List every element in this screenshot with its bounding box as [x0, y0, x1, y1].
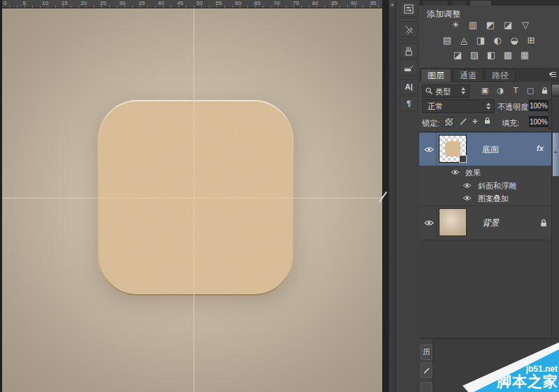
brush-presets-strip-glyph — [404, 46, 414, 56]
ruler-label: 90 — [351, 0, 357, 7]
lock-image-brush-icon[interactable] — [458, 117, 468, 126]
document-canvas[interactable] — [2, 8, 382, 392]
ruler-label: 35 — [138, 0, 145, 7]
layer-fx-badge[interactable]: fx — [537, 144, 544, 152]
adjustment-levels-icon[interactable]: ▥ — [467, 20, 479, 30]
adjustment-threshold-icon[interactable]: ◧ — [485, 50, 498, 60]
effects-header-row[interactable]: 效果 — [419, 166, 551, 179]
panel-divider — [419, 131, 559, 132]
clone-source-strip-glyph — [404, 63, 414, 73]
character-panel-glyph: A| — [405, 82, 412, 91]
vertical-guide[interactable] — [194, 8, 194, 392]
adjustment-color-lookup-icon[interactable]: ⊞ — [525, 35, 537, 45]
panel-column: 添加调整 ☀ ▥ ◩ ◪ ▽ ▤ ◬ ◨ ◐ ◒ ⊞ ◪ ▨ ◧ ▩ ▦ 图层 … — [419, 0, 559, 392]
history-panel-icon[interactable]: 历 — [421, 344, 433, 360]
layers-panel: 类型 ▣ ◑ T ▢ 正常 不透明度: 100% ▼ 锁定: — [419, 82, 559, 338]
lock-position-icon[interactable]: + — [472, 117, 478, 126]
scrollbar-up-arrow-icon[interactable]: ▲ — [389, 1, 395, 8]
layer-row-bottom-face[interactable]: 底面 fx — [419, 133, 551, 166]
canvas-panel-divider — [382, 0, 389, 392]
adjustment-vibrance-icon[interactable]: ▽ — [519, 20, 532, 30]
select-arrows-icon — [486, 103, 491, 110]
effect-pattern-overlay-row[interactable]: 图案叠加 — [419, 192, 551, 205]
adjustment-exposure-icon[interactable]: ◪ — [502, 20, 514, 30]
layer-row-background[interactable]: 背景 — [419, 206, 551, 239]
fill-label: 填充: — [502, 118, 519, 129]
adjustment-posterize-icon[interactable]: ▨ — [468, 50, 481, 60]
effect-visibility-toggle[interactable] — [463, 182, 472, 189]
panel-menu-icon[interactable]: ▼ — [545, 71, 556, 79]
search-icon — [426, 87, 433, 94]
effects-header-label[interactable]: 效果 — [465, 168, 481, 178]
adjustment-channel-mixer-icon[interactable]: ◒ — [508, 35, 521, 45]
effect-visibility-toggle[interactable] — [463, 195, 472, 201]
thumbnail-corner-badge — [459, 155, 467, 163]
layer-filter-toggle[interactable] — [551, 84, 559, 96]
layer-filter-type-select[interactable]: 类型 — [422, 85, 470, 98]
layer-thumbnail[interactable] — [439, 135, 467, 163]
adjustment-hue-saturation-icon[interactable]: ▤ — [441, 35, 453, 45]
fill-value[interactable]: 100% — [529, 116, 548, 127]
adjustments-strip-icon[interactable] — [400, 1, 418, 17]
adjustment-gradient-map-icon[interactable]: ▩ — [502, 50, 514, 60]
brush-icon — [458, 117, 468, 126]
opacity-label: 不透明度: — [498, 102, 530, 112]
effect-bevel-emboss-row[interactable]: 斜面和浮雕 — [419, 180, 551, 192]
adjustment-color-balance-icon[interactable]: ◬ — [458, 35, 470, 45]
effect-bevel-emboss-label[interactable]: 斜面和浮雕 — [478, 181, 516, 191]
lock-all-icon[interactable] — [484, 117, 491, 124]
layers-tab-bar: 图层 通道 路径 ▼ — [419, 68, 559, 82]
tab-layers[interactable]: 图层 — [421, 68, 451, 82]
cropped-panel-icon[interactable] — [421, 382, 433, 392]
effect-pattern-overlay-label[interactable]: 图案叠加 — [478, 194, 509, 204]
ruler-label: 65 — [254, 0, 261, 7]
shape-layer-filter-icon[interactable]: ▢ — [525, 85, 536, 96]
adjustment-photo-filter-icon[interactable]: ◐ — [491, 35, 504, 45]
pixel-layer-filter-icon[interactable]: ▣ — [479, 85, 491, 96]
dock-separator — [398, 76, 419, 77]
type-layer-filter-icon[interactable]: T — [510, 85, 521, 96]
art-history-brush-icon[interactable] — [421, 363, 433, 378]
character-panel-strip-icon[interactable]: A| — [400, 79, 418, 94]
brush-presets-strip-icon[interactable] — [400, 43, 418, 59]
adjustment-selective-color-icon[interactable]: ▦ — [518, 50, 531, 60]
eye-icon — [451, 169, 460, 175]
ruler-label: 5 — [23, 0, 26, 7]
tab-paths[interactable]: 路径 — [485, 68, 516, 82]
lock-icon — [540, 219, 547, 227]
adjustment-invert-icon[interactable]: ◪ — [451, 50, 464, 60]
ruler-label: 40 — [158, 0, 164, 7]
ruler-label: 75 — [293, 0, 299, 7]
styles-strip-icon[interactable] — [400, 22, 418, 37]
blend-mode-select[interactable]: 正常 — [422, 99, 495, 113]
adjustment-curves-icon[interactable]: ◩ — [484, 20, 497, 30]
layers-panel-scrollbar[interactable] — [551, 82, 559, 338]
tab-channels[interactable]: 通道 — [453, 68, 484, 82]
clone-source-strip-icon[interactable] — [400, 60, 418, 75]
adjustment-black-white-icon[interactable]: ◨ — [474, 35, 487, 45]
layer-name[interactable]: 底面 — [482, 144, 499, 156]
smart-object-filter-icon[interactable] — [539, 85, 550, 96]
eye-icon — [463, 195, 472, 201]
brush-icon — [423, 367, 430, 375]
opacity-value[interactable]: 100% — [529, 100, 548, 111]
layer-visibility-toggle[interactable] — [421, 206, 437, 239]
ruler-label: 50 — [196, 0, 203, 7]
scrollbar-thumb[interactable] — [553, 133, 559, 176]
layer-name[interactable]: 背景 — [482, 217, 499, 229]
adjustment-layer-filter-icon[interactable]: ◑ — [495, 85, 506, 96]
ruler-label: 70 — [273, 0, 280, 7]
eye-icon — [424, 219, 434, 226]
lock-transparency-icon[interactable] — [444, 117, 453, 126]
adjustment-brightness-contrast-icon[interactable]: ☀ — [449, 20, 462, 30]
cropped-tab-bar — [419, 0, 559, 6]
paragraph-panel-glyph: ¶ — [407, 99, 411, 108]
horizontal-ruler[interactable]: 0 5 10 15 20 25 30 35 40 45 50 55 60 65 … — [2, 0, 382, 8]
adjustments-strip-glyph — [404, 4, 414, 14]
layer-visibility-toggle[interactable] — [421, 133, 437, 166]
ruler-label: 95 — [370, 0, 376, 7]
horizontal-guide[interactable] — [2, 198, 382, 198]
layer-thumbnail[interactable] — [439, 208, 467, 236]
paragraph-panel-strip-icon[interactable]: ¶ — [400, 96, 418, 111]
effects-visibility-toggle[interactable] — [451, 169, 460, 175]
